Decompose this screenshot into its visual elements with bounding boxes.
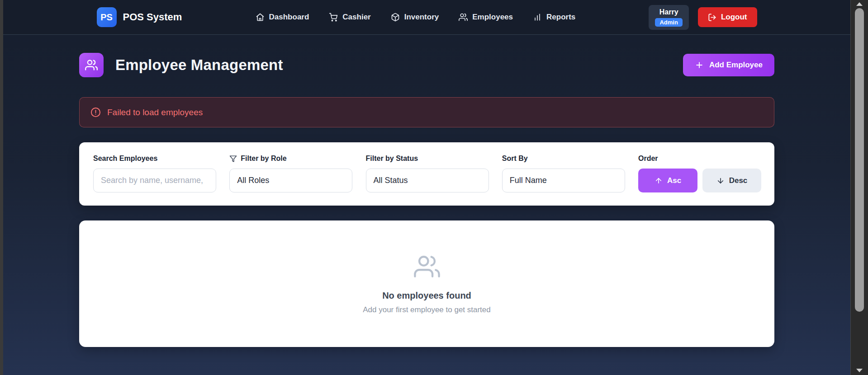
employee-list-card: No employees found Add your first employ…	[79, 220, 774, 347]
status-filter-field: Filter by Status All Status	[366, 155, 489, 192]
nav-right: Harry Admin Logout	[649, 5, 757, 30]
sort-label: Sort By	[502, 155, 625, 163]
nav-label: Inventory	[404, 13, 439, 22]
role-badge: Admin	[655, 18, 682, 27]
order-desc-button[interactable]: Desc	[702, 169, 761, 192]
status-select[interactable]: All Status	[366, 169, 489, 192]
sort-field: Sort By Full Name	[502, 155, 625, 192]
role-filter-label: Filter by Role	[229, 155, 352, 163]
users-icon	[459, 13, 468, 22]
logout-button[interactable]: Logout	[698, 7, 757, 27]
alert-circle-icon	[90, 107, 101, 117]
main-content: Employee Management Add Employee Failed …	[3, 35, 850, 375]
page-title: Employee Management	[115, 56, 283, 74]
scrollbar-thumb[interactable]	[855, 8, 864, 312]
logout-label: Logout	[721, 13, 747, 22]
users-icon	[414, 253, 440, 281]
error-alert: Failed to load employees	[79, 97, 774, 127]
nav-label: Employees	[472, 13, 513, 22]
role-filter-field: Filter by Role All Roles	[229, 155, 352, 192]
search-input[interactable]	[93, 169, 216, 192]
brand-logo: PS	[97, 7, 117, 27]
empty-state-subtitle: Add your first employee to get started	[363, 305, 491, 314]
role-select[interactable]: All Roles	[229, 169, 352, 192]
top-navbar: PS POS System Dashboard Cashier Inventor…	[3, 0, 850, 35]
add-employee-label: Add Employee	[709, 61, 763, 70]
filters-card: Search Employees Filter by Role All Role…	[79, 142, 774, 206]
search-field: Search Employees	[93, 155, 216, 192]
order-label: Order	[638, 155, 761, 163]
users-icon	[85, 59, 98, 71]
brand: PS POS System	[97, 7, 182, 27]
home-icon	[256, 13, 265, 22]
nav-item-employees[interactable]: Employees	[459, 13, 513, 22]
nav-label: Dashboard	[269, 13, 309, 22]
scrollbar[interactable]	[850, 0, 868, 375]
scroll-up-arrow-icon[interactable]	[856, 2, 863, 6]
app-window: PS POS System Dashboard Cashier Inventor…	[3, 0, 850, 375]
error-alert-message: Failed to load employees	[107, 108, 203, 117]
add-employee-button[interactable]: Add Employee	[683, 54, 774, 76]
user-box: Harry Admin	[649, 5, 688, 30]
nav-item-inventory[interactable]: Inventory	[391, 13, 439, 22]
arrow-down-icon	[716, 177, 725, 185]
arrow-up-icon	[655, 177, 663, 185]
user-name: Harry	[659, 8, 678, 16]
funnel-icon	[229, 155, 237, 163]
nav-item-dashboard[interactable]: Dashboard	[256, 13, 309, 22]
shopping-cart-icon	[329, 13, 338, 22]
window-frame-left	[0, 0, 3, 375]
nav-label: Cashier	[342, 13, 370, 22]
brand-title: POS System	[123, 11, 182, 23]
status-filter-label: Filter by Status	[366, 155, 489, 163]
search-label: Search Employees	[93, 155, 216, 163]
nav-label: Reports	[546, 13, 575, 22]
main-nav: Dashboard Cashier Inventory Employees Re…	[256, 13, 576, 22]
order-asc-button[interactable]: Asc	[638, 169, 697, 192]
plus-icon	[695, 61, 704, 70]
employees-page-icon	[79, 53, 104, 77]
sort-select[interactable]: Full Name	[502, 169, 625, 192]
nav-item-reports[interactable]: Reports	[533, 13, 575, 22]
box-icon	[391, 13, 400, 22]
empty-state-title: No employees found	[382, 291, 471, 301]
scroll-down-arrow-icon[interactable]	[856, 369, 863, 372]
order-field: Order Asc Desc	[638, 155, 761, 192]
page-header: Employee Management Add Employee	[79, 53, 774, 77]
logout-icon	[708, 13, 716, 22]
bar-chart-icon	[533, 13, 542, 22]
nav-item-cashier[interactable]: Cashier	[329, 13, 370, 22]
